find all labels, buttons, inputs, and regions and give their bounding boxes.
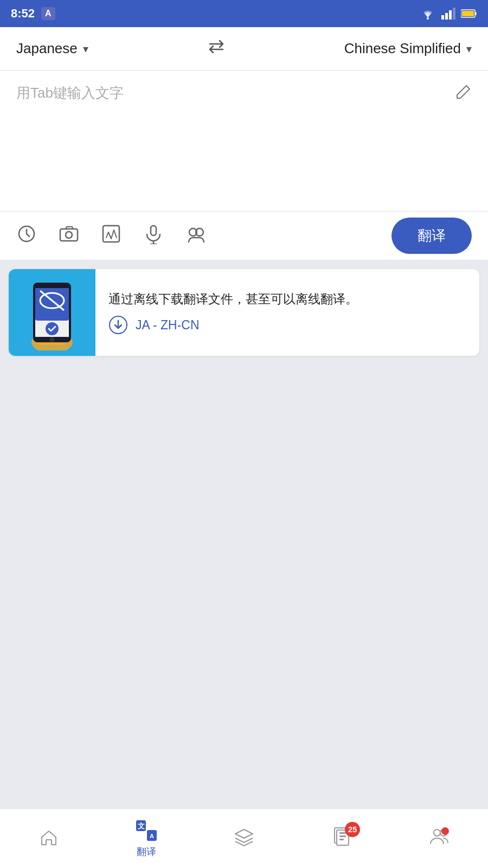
battery-icon [461, 9, 477, 18]
offline-banner-text: 通过离线下载翻译文件，甚至可以离线翻译。 JA - ZH-CN [95, 279, 479, 346]
language-bar: Japanese ▾ Chinese Simplified ▾ [0, 27, 488, 71]
svg-point-25 [46, 322, 59, 335]
layers-icon [234, 827, 254, 847]
toolbar-icons [16, 224, 206, 248]
svg-point-26 [49, 337, 55, 342]
svg-point-40 [434, 829, 440, 836]
translate-icon: 文 A [135, 819, 158, 842]
offline-banner-image [9, 269, 95, 356]
nav-item-phrasebook[interactable] [195, 827, 293, 850]
svg-rect-2 [445, 13, 448, 20]
nav-item-saved[interactable]: 25 [293, 826, 390, 851]
svg-rect-9 [60, 229, 78, 241]
camera-icon[interactable] [59, 224, 79, 248]
input-area[interactable]: 用Tab键输入文字 [0, 71, 488, 212]
source-lang-dropdown-icon: ▾ [83, 42, 88, 55]
svg-rect-3 [449, 10, 452, 20]
toolbar: 翻译 [0, 212, 488, 260]
svg-rect-12 [151, 226, 156, 235]
target-language-label: Chinese Simplified [344, 40, 461, 57]
offline-title: 通过离线下载翻译文件，甚至可以离线翻译。 [108, 290, 466, 308]
phone-illustration [22, 275, 82, 350]
swap-languages-icon[interactable] [206, 39, 227, 59]
edit-input-icon[interactable] [455, 84, 472, 104]
svg-rect-11 [103, 226, 119, 242]
source-language-selector[interactable]: Japanese ▾ [16, 40, 88, 57]
svg-rect-39 [339, 839, 344, 840]
bottom-nav: 文 A 翻译 25 [0, 808, 488, 868]
download-icon [108, 315, 128, 335]
svg-point-0 [427, 17, 429, 20]
signal-icon [441, 8, 455, 20]
microphone-icon[interactable] [143, 224, 164, 248]
offline-lang-pair: JA - ZH-CN [108, 315, 466, 335]
status-bar: 8:52 A [0, 0, 488, 27]
wifi-icon [420, 8, 436, 20]
svg-rect-38 [339, 835, 346, 837]
community-notification-dot [441, 827, 449, 835]
target-language-selector[interactable]: Chinese Simplified ▾ [344, 40, 472, 57]
lang-pair-label: JA - ZH-CN [136, 318, 200, 333]
keyboard-indicator: A [41, 7, 55, 20]
status-bar-right [420, 8, 477, 20]
offline-banner[interactable]: 通过离线下载翻译文件，甚至可以离线翻译。 JA - ZH-CN [9, 269, 479, 356]
nav-item-community[interactable] [390, 826, 488, 851]
svg-text:文: 文 [138, 822, 145, 830]
translate-nav-label: 翻译 [137, 845, 156, 858]
svg-rect-4 [453, 8, 455, 20]
saved-count-badge: 25 [345, 822, 360, 837]
handwrite-icon[interactable] [101, 224, 121, 248]
svg-rect-1 [441, 15, 444, 20]
saved-badge-container: 25 [332, 826, 351, 848]
nav-item-translate[interactable]: 文 A 翻译 [98, 819, 195, 858]
translate-button[interactable]: 翻译 [391, 218, 472, 254]
history-icon[interactable] [16, 224, 37, 248]
gray-area [0, 365, 488, 761]
home-icon [39, 827, 59, 847]
community-badge-container [429, 826, 449, 848]
svg-rect-7 [462, 11, 474, 16]
input-placeholder: 用Tab键输入文字 [16, 85, 124, 101]
svg-point-10 [66, 232, 72, 238]
target-lang-dropdown-icon: ▾ [466, 42, 472, 55]
nav-item-home[interactable] [0, 827, 98, 850]
status-time: 8:52 [11, 7, 35, 21]
svg-rect-6 [475, 12, 477, 15]
conversation-icon[interactable] [185, 224, 206, 248]
source-language-label: Japanese [16, 40, 78, 57]
status-bar-left: 8:52 A [11, 7, 55, 21]
svg-text:A: A [150, 833, 154, 839]
